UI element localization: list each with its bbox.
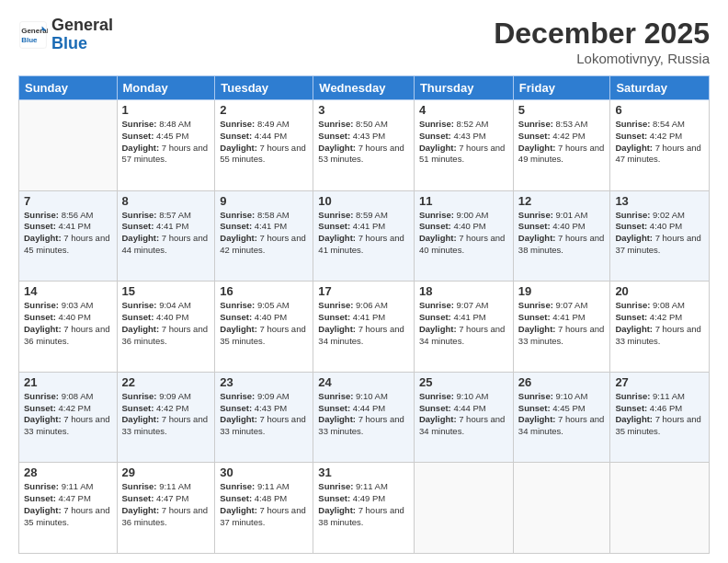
calendar-cell: 20 Sunrise: 9:08 AM Sunset: 4:42 PM Dayl…: [610, 282, 710, 373]
calendar-week-2: 7 Sunrise: 8:56 AM Sunset: 4:41 PM Dayli…: [19, 190, 710, 282]
calendar-cell: [414, 463, 513, 554]
calendar-week-5: 28 Sunrise: 9:11 AM Sunset: 4:47 PM Dayl…: [19, 463, 710, 554]
day-number: 21: [24, 375, 112, 389]
day-number: 24: [318, 375, 409, 389]
calendar-cell: 12 Sunrise: 9:01 AM Sunset: 4:40 PM Dayl…: [513, 190, 610, 282]
day-info: Sunrise: 8:59 AM Sunset: 4:41 PM Dayligh…: [318, 210, 404, 255]
calendar-cell: 14 Sunrise: 9:03 AM Sunset: 4:40 PM Dayl…: [19, 282, 118, 373]
logo-text: General Blue: [51, 17, 113, 53]
calendar-cell: 21 Sunrise: 9:08 AM Sunset: 4:42 PM Dayl…: [19, 372, 118, 463]
header: General Blue General Blue December 2025 …: [18, 17, 710, 66]
calendar-cell: 10 Sunrise: 8:59 AM Sunset: 4:41 PM Dayl…: [313, 190, 415, 282]
calendar-cell: 19 Sunrise: 9:07 AM Sunset: 4:41 PM Dayl…: [513, 282, 610, 373]
page: General Blue General Blue December 2025 …: [0, 0, 728, 563]
day-number: 7: [24, 194, 112, 208]
calendar-cell: 2 Sunrise: 8:49 AM Sunset: 4:44 PM Dayli…: [215, 100, 313, 191]
day-info: Sunrise: 8:54 AM Sunset: 4:42 PM Dayligh…: [615, 119, 700, 164]
weekday-header-friday: Friday: [513, 76, 610, 100]
calendar-week-3: 14 Sunrise: 9:03 AM Sunset: 4:40 PM Dayl…: [19, 282, 710, 373]
day-number: 15: [122, 284, 210, 298]
day-info: Sunrise: 8:49 AM Sunset: 4:44 PM Dayligh…: [220, 119, 305, 164]
logo-blue-text: Blue: [51, 35, 113, 53]
day-number: 17: [318, 284, 409, 298]
day-info: Sunrise: 8:48 AM Sunset: 4:45 PM Dayligh…: [122, 119, 208, 164]
day-number: 4: [419, 103, 508, 117]
calendar-cell: [513, 463, 610, 554]
day-info: Sunrise: 9:03 AM Sunset: 4:40 PM Dayligh…: [24, 300, 109, 345]
logo: General Blue General Blue: [18, 17, 113, 53]
day-number: 30: [220, 465, 308, 479]
month-title: December 2025: [494, 17, 710, 51]
calendar-cell: 6 Sunrise: 8:54 AM Sunset: 4:42 PM Dayli…: [610, 100, 710, 191]
day-number: 6: [615, 103, 704, 117]
day-number: 11: [419, 194, 508, 208]
day-info: Sunrise: 9:10 AM Sunset: 4:44 PM Dayligh…: [419, 391, 505, 436]
day-info: Sunrise: 9:08 AM Sunset: 4:42 PM Dayligh…: [24, 391, 109, 436]
calendar-cell: 26 Sunrise: 9:10 AM Sunset: 4:45 PM Dayl…: [513, 372, 610, 463]
day-number: 14: [24, 284, 112, 298]
day-info: Sunrise: 8:53 AM Sunset: 4:42 PM Dayligh…: [518, 119, 604, 164]
day-number: 20: [615, 284, 704, 298]
calendar-cell: 16 Sunrise: 9:05 AM Sunset: 4:40 PM Dayl…: [215, 282, 313, 373]
day-number: 9: [220, 194, 308, 208]
day-number: 12: [518, 194, 606, 208]
day-number: 8: [122, 194, 210, 208]
day-info: Sunrise: 9:01 AM Sunset: 4:40 PM Dayligh…: [518, 210, 604, 255]
weekday-header-wednesday: Wednesday: [313, 76, 415, 100]
day-info: Sunrise: 9:11 AM Sunset: 4:49 PM Dayligh…: [318, 481, 404, 526]
day-info: Sunrise: 9:07 AM Sunset: 4:41 PM Dayligh…: [518, 300, 604, 345]
day-number: 23: [220, 375, 308, 389]
calendar-cell: 18 Sunrise: 9:07 AM Sunset: 4:41 PM Dayl…: [414, 282, 513, 373]
calendar-cell: [610, 463, 710, 554]
day-number: 27: [615, 375, 704, 389]
day-info: Sunrise: 9:09 AM Sunset: 4:43 PM Dayligh…: [220, 391, 305, 436]
day-number: 29: [122, 465, 210, 479]
calendar-cell: 27 Sunrise: 9:11 AM Sunset: 4:46 PM Dayl…: [610, 372, 710, 463]
weekday-header-monday: Monday: [117, 76, 215, 100]
calendar-cell: 22 Sunrise: 9:09 AM Sunset: 4:42 PM Dayl…: [117, 372, 215, 463]
calendar-cell: [19, 100, 118, 191]
day-number: 19: [518, 284, 606, 298]
weekday-header-tuesday: Tuesday: [215, 76, 313, 100]
day-info: Sunrise: 9:11 AM Sunset: 4:48 PM Dayligh…: [220, 481, 305, 526]
day-number: 2: [220, 103, 308, 117]
calendar-cell: 28 Sunrise: 9:11 AM Sunset: 4:47 PM Dayl…: [19, 463, 118, 554]
day-number: 1: [122, 103, 210, 117]
calendar-cell: 17 Sunrise: 9:06 AM Sunset: 4:41 PM Dayl…: [313, 282, 415, 373]
day-number: 22: [122, 375, 210, 389]
day-number: 28: [24, 465, 112, 479]
day-info: Sunrise: 8:57 AM Sunset: 4:41 PM Dayligh…: [122, 210, 208, 255]
day-info: Sunrise: 9:11 AM Sunset: 4:47 PM Dayligh…: [24, 481, 109, 526]
day-info: Sunrise: 9:11 AM Sunset: 4:47 PM Dayligh…: [122, 481, 208, 526]
calendar-cell: 15 Sunrise: 9:04 AM Sunset: 4:40 PM Dayl…: [117, 282, 215, 373]
calendar-cell: 23 Sunrise: 9:09 AM Sunset: 4:43 PM Dayl…: [215, 372, 313, 463]
calendar-cell: 5 Sunrise: 8:53 AM Sunset: 4:42 PM Dayli…: [513, 100, 610, 191]
calendar-cell: 3 Sunrise: 8:50 AM Sunset: 4:43 PM Dayli…: [313, 100, 415, 191]
day-info: Sunrise: 9:00 AM Sunset: 4:40 PM Dayligh…: [419, 210, 505, 255]
day-info: Sunrise: 8:50 AM Sunset: 4:43 PM Dayligh…: [318, 119, 404, 164]
title-block: December 2025 Lokomotivnyy, Russia: [494, 17, 710, 66]
calendar-week-4: 21 Sunrise: 9:08 AM Sunset: 4:42 PM Dayl…: [19, 372, 710, 463]
day-number: 3: [318, 103, 409, 117]
day-number: 26: [518, 375, 606, 389]
calendar-cell: 11 Sunrise: 9:00 AM Sunset: 4:40 PM Dayl…: [414, 190, 513, 282]
day-info: Sunrise: 9:08 AM Sunset: 4:42 PM Dayligh…: [615, 300, 700, 345]
calendar-cell: 9 Sunrise: 8:58 AM Sunset: 4:41 PM Dayli…: [215, 190, 313, 282]
weekday-header-saturday: Saturday: [610, 76, 710, 100]
logo-general-text: General: [51, 17, 113, 35]
weekday-header-sunday: Sunday: [19, 76, 118, 100]
day-info: Sunrise: 9:10 AM Sunset: 4:45 PM Dayligh…: [518, 391, 604, 436]
day-number: 5: [518, 103, 606, 117]
day-info: Sunrise: 9:07 AM Sunset: 4:41 PM Dayligh…: [419, 300, 505, 345]
day-info: Sunrise: 8:58 AM Sunset: 4:41 PM Dayligh…: [220, 210, 305, 255]
day-number: 13: [615, 194, 704, 208]
calendar-body: 1 Sunrise: 8:48 AM Sunset: 4:45 PM Dayli…: [19, 100, 710, 554]
calendar-header: SundayMondayTuesdayWednesdayThursdayFrid…: [19, 76, 710, 100]
calendar-cell: 4 Sunrise: 8:52 AM Sunset: 4:43 PM Dayli…: [414, 100, 513, 191]
day-info: Sunrise: 9:02 AM Sunset: 4:40 PM Dayligh…: [615, 210, 700, 255]
calendar-cell: 7 Sunrise: 8:56 AM Sunset: 4:41 PM Dayli…: [19, 190, 118, 282]
calendar-cell: 13 Sunrise: 9:02 AM Sunset: 4:40 PM Dayl…: [610, 190, 710, 282]
calendar-cell: 30 Sunrise: 9:11 AM Sunset: 4:48 PM Dayl…: [215, 463, 313, 554]
calendar-cell: 31 Sunrise: 9:11 AM Sunset: 4:49 PM Dayl…: [313, 463, 415, 554]
day-number: 25: [419, 375, 508, 389]
